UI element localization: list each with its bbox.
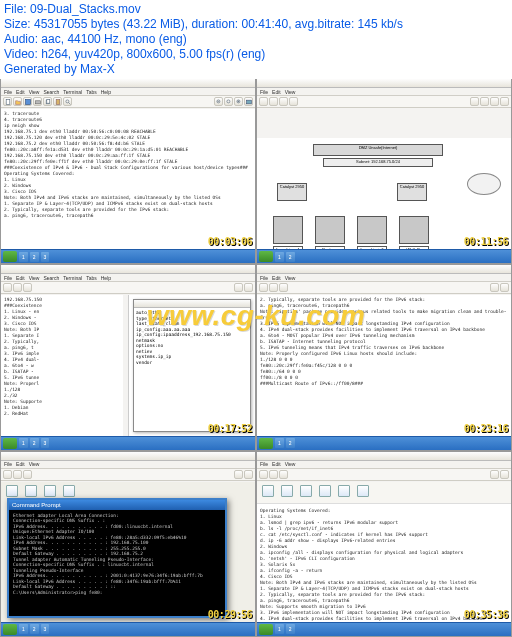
taskbar-item[interactable]: 1: [19, 438, 28, 448]
file-icon[interactable]: [260, 485, 276, 503]
zoom-in-icon[interactable]: [234, 97, 243, 106]
screenshot-icon[interactable]: [500, 97, 509, 106]
save-icon[interactable]: [279, 470, 288, 479]
menu-view[interactable]: View: [29, 89, 40, 95]
menu-file[interactable]: File: [4, 275, 12, 281]
taskbar-item[interactable]: 1: [19, 252, 28, 262]
menu-view[interactable]: View: [285, 275, 296, 281]
window-titlebar[interactable]: [257, 452, 511, 461]
zoom-reset-icon[interactable]: [224, 97, 233, 106]
menu-file[interactable]: File: [4, 89, 12, 95]
editor-body[interactable]: Operating Systems Covered:1. Linux a. ls…: [257, 482, 511, 622]
taskbar[interactable]: 1 2: [257, 436, 511, 450]
taskbar-item[interactable]: 3: [41, 252, 50, 262]
taskbar[interactable]: 1 2 3: [1, 249, 255, 263]
menubar[interactable]: File Edit View: [257, 88, 511, 96]
new-file-icon[interactable]: [259, 97, 268, 106]
menu-view[interactable]: View: [285, 461, 296, 467]
new-file-icon[interactable]: [259, 283, 268, 292]
save-icon[interactable]: [23, 470, 32, 479]
taskbar-item[interactable]: 3: [41, 438, 50, 448]
taskbar-item[interactable]: 1: [275, 438, 284, 448]
zoom-in-icon[interactable]: [234, 283, 243, 292]
window-titlebar[interactable]: [257, 79, 511, 88]
menu-tabs[interactable]: Tabs: [86, 89, 97, 95]
menu-file[interactable]: File: [4, 461, 12, 467]
file-icon[interactable]: [298, 485, 314, 503]
taskbar-item[interactable]: 2: [30, 438, 39, 448]
zoom-in-icon[interactable]: [234, 470, 243, 479]
new-file-icon[interactable]: [3, 283, 12, 292]
zoom-out-icon[interactable]: [470, 97, 479, 106]
screenshot-icon[interactable]: [244, 97, 253, 106]
open-icon[interactable]: [13, 283, 22, 292]
menu-file[interactable]: File: [260, 275, 268, 281]
taskbar[interactable]: 1 2: [257, 622, 511, 636]
command-prompt-body[interactable]: Ethernet adapter Local Area Connection: …: [9, 510, 225, 599]
save-icon[interactable]: [279, 97, 288, 106]
menu-file[interactable]: File: [260, 89, 268, 95]
menu-edit[interactable]: Edit: [16, 461, 25, 467]
zoom-in-icon[interactable]: [490, 470, 499, 479]
start-button[interactable]: [3, 251, 17, 262]
screenshot-icon[interactable]: [244, 470, 253, 479]
file-icon[interactable]: [279, 485, 295, 503]
open-icon[interactable]: [269, 97, 278, 106]
menu-file[interactable]: File: [260, 461, 268, 467]
open-icon[interactable]: [13, 97, 22, 106]
new-file-icon[interactable]: [3, 470, 12, 479]
window-titlebar[interactable]: [1, 79, 255, 88]
menu-search[interactable]: Search: [43, 89, 59, 95]
start-button[interactable]: [259, 251, 273, 262]
find-icon[interactable]: [63, 97, 72, 106]
menu-tabs[interactable]: Tabs: [86, 275, 97, 281]
zoom-out-icon[interactable]: [214, 97, 223, 106]
save-icon[interactable]: [279, 283, 288, 292]
start-button[interactable]: [3, 438, 17, 449]
menubar[interactable]: File Edit View: [1, 461, 255, 469]
screenshot-icon[interactable]: [500, 283, 509, 292]
zoom-reset-icon[interactable]: [480, 97, 489, 106]
zoom-in-icon[interactable]: [490, 283, 499, 292]
paste-icon[interactable]: [53, 97, 62, 106]
menu-help[interactable]: Help: [101, 89, 111, 95]
start-button[interactable]: [259, 624, 273, 635]
taskbar[interactable]: 1 2 3: [1, 622, 255, 636]
screenshot-icon[interactable]: [500, 470, 509, 479]
file-icon[interactable]: [355, 485, 371, 503]
menu-terminal[interactable]: Terminal: [63, 275, 82, 281]
menu-search[interactable]: Search: [43, 275, 59, 281]
editor-left-pane[interactable]: 192.168.75.150###Coexistence1. Linux - e…: [1, 295, 123, 435]
menu-edit[interactable]: Edit: [272, 275, 281, 281]
print-icon[interactable]: [289, 97, 298, 106]
window-titlebar[interactable]: [257, 265, 511, 274]
screenshot-icon[interactable]: [244, 283, 253, 292]
menu-edit[interactable]: Edit: [272, 89, 281, 95]
menu-help[interactable]: Help: [101, 275, 111, 281]
start-button[interactable]: [3, 624, 17, 635]
menu-edit[interactable]: Edit: [16, 89, 25, 95]
new-file-icon[interactable]: [259, 470, 268, 479]
taskbar[interactable]: 1 2: [257, 249, 511, 263]
open-icon[interactable]: [13, 470, 22, 479]
menu-view[interactable]: View: [29, 275, 40, 281]
taskbar-item[interactable]: 2: [30, 624, 39, 634]
taskbar[interactable]: 1 2 3: [1, 436, 255, 450]
file-icon[interactable]: [317, 485, 333, 503]
menu-view[interactable]: View: [29, 461, 40, 467]
menubar[interactable]: File Edit View: [257, 461, 511, 469]
zoom-in-icon[interactable]: [490, 97, 499, 106]
menu-view[interactable]: View: [285, 89, 296, 95]
taskbar-item[interactable]: 1: [19, 624, 28, 634]
menubar[interactable]: File Edit View: [257, 274, 511, 282]
print-icon[interactable]: [33, 97, 42, 106]
new-file-icon[interactable]: [3, 97, 12, 106]
taskbar-item[interactable]: 1: [275, 624, 284, 634]
menubar[interactable]: File Edit View Search Terminal Tabs Help: [1, 88, 255, 96]
desktop-area[interactable]: Command Prompt Ethernet adapter Local Ar…: [1, 482, 255, 622]
start-button[interactable]: [259, 438, 273, 449]
save-icon[interactable]: [23, 283, 32, 292]
window-titlebar[interactable]: [1, 452, 255, 461]
taskbar-item[interactable]: 2: [30, 252, 39, 262]
open-icon[interactable]: [269, 283, 278, 292]
